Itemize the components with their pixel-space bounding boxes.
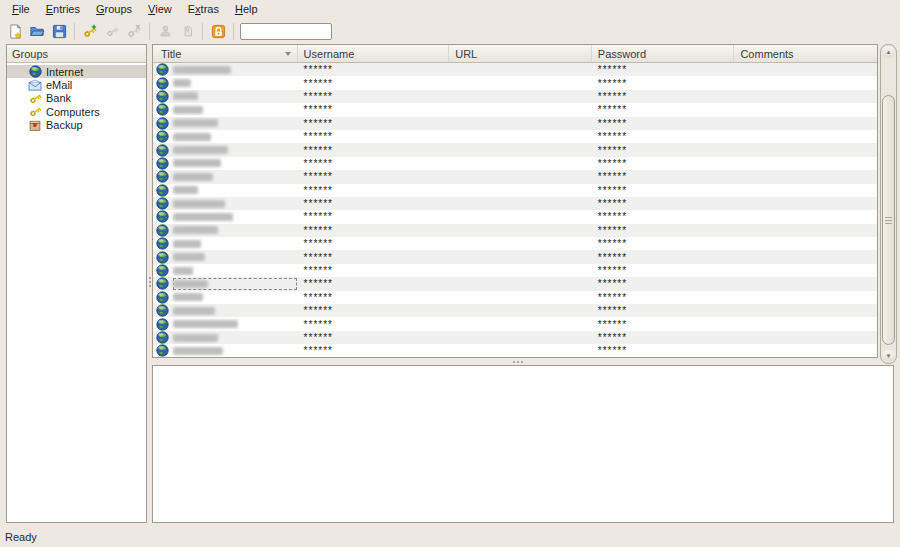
globe-icon [156, 103, 169, 116]
scroll-down-button[interactable]: ▼ [882, 350, 895, 362]
table-row[interactable]: ************ [153, 210, 877, 223]
key-ring-icon [181, 24, 194, 38]
entry-preview-panel [152, 365, 894, 523]
group-item-backup[interactable]: Backup [7, 119, 146, 132]
new-database-button[interactable] [4, 20, 26, 42]
table-row[interactable]: ************ [153, 90, 877, 103]
table-row[interactable]: ************ [153, 143, 877, 156]
copy-username-button[interactable] [154, 20, 176, 42]
delete-entry-button[interactable] [123, 20, 145, 42]
cell-title [153, 224, 298, 237]
table-row[interactable]: ************ [153, 250, 877, 263]
group-item-computers[interactable]: Computers [7, 105, 146, 118]
menu-file[interactable]: File [4, 1, 38, 17]
cell-username: ****** [298, 252, 450, 263]
globe-icon [156, 184, 169, 197]
toolbar-separator [202, 23, 203, 40]
open-database-button[interactable] [26, 20, 48, 42]
cell-password: ****** [592, 345, 735, 356]
table-row[interactable]: ************ [153, 264, 877, 277]
cell-username: ****** [298, 305, 450, 316]
entry-title-redacted [173, 291, 297, 303]
cell-title [153, 170, 298, 183]
entry-table-body: ****************************************… [153, 63, 877, 358]
cell-password: ****** [592, 252, 735, 263]
cell-title [153, 184, 298, 197]
add-entry-button[interactable] [79, 20, 101, 42]
table-row[interactable]: ************ [153, 103, 877, 116]
table-row[interactable]: ************ [153, 184, 877, 197]
entry-title-redacted [173, 90, 297, 102]
quick-search-input[interactable] [240, 23, 332, 40]
group-item-internet[interactable]: Internet [7, 65, 146, 78]
table-row[interactable]: ************ [153, 170, 877, 183]
scroll-up-button[interactable]: ▲ [882, 46, 895, 58]
cell-title [153, 157, 298, 170]
table-row[interactable]: ************ [153, 197, 877, 210]
menu-groups[interactable]: Groups [88, 1, 140, 17]
column-header-password[interactable]: Password [592, 45, 735, 62]
table-row[interactable]: ************ [153, 291, 877, 304]
key-delete-icon [126, 24, 142, 38]
menu-entries[interactable]: Entries [38, 1, 88, 17]
cell-username: ****** [298, 319, 450, 330]
toolbar [0, 18, 900, 44]
globe-icon [156, 210, 169, 223]
table-vertical-scrollbar[interactable]: ▲ ▼ [880, 44, 897, 364]
table-row[interactable]: ************ [153, 117, 877, 130]
cell-title [153, 197, 298, 210]
table-row[interactable]: ************ [153, 76, 877, 89]
table-row[interactable]: ************ [153, 63, 877, 76]
menu-extras[interactable]: Extras [180, 1, 227, 17]
cell-password: ****** [592, 145, 735, 156]
scrollbar-thumb[interactable] [882, 95, 895, 345]
save-database-button[interactable] [48, 20, 70, 42]
cell-password: ****** [592, 198, 735, 209]
globe-icon [156, 77, 169, 90]
edit-entry-button[interactable] [101, 20, 123, 42]
column-label: Username [304, 48, 355, 60]
table-row[interactable]: ************ [153, 277, 877, 290]
globe-icon [156, 224, 169, 237]
cell-title [153, 331, 298, 344]
column-header-comments[interactable]: Comments [734, 45, 877, 62]
column-header-username[interactable]: Username [298, 45, 450, 62]
cell-password: ****** [592, 332, 735, 343]
column-header-title[interactable]: Title [153, 45, 298, 62]
table-row[interactable]: ************ [153, 331, 877, 344]
cell-username: ****** [298, 211, 450, 222]
key-icon [105, 25, 120, 38]
table-row[interactable]: ************ [153, 237, 877, 250]
table-row[interactable]: ************ [153, 317, 877, 330]
group-label: eMail [46, 79, 72, 91]
group-list: InterneteMailBankComputersBackup [7, 63, 146, 132]
entry-title-redacted [173, 251, 297, 263]
table-row[interactable]: ************ [153, 304, 877, 317]
globe-icon [156, 63, 169, 76]
table-row[interactable]: ************ [153, 157, 877, 170]
entry-title-redacted [173, 64, 297, 76]
cell-password: ****** [592, 171, 735, 182]
column-header-url[interactable]: URL [449, 45, 592, 62]
menu-help[interactable]: Help [227, 1, 266, 17]
table-row[interactable]: ************ [153, 224, 877, 237]
table-row[interactable]: ************ [153, 344, 877, 357]
copy-password-button[interactable] [176, 20, 198, 42]
entry-table: TitleUsernameURLPasswordComments *******… [152, 44, 878, 358]
group-label: Backup [46, 119, 83, 131]
menu-view[interactable]: View [140, 1, 180, 17]
group-item-bank[interactable]: Bank [7, 92, 146, 105]
lock-workspace-button[interactable] [207, 20, 229, 42]
group-item-email[interactable]: eMail [7, 78, 146, 91]
cell-username: ****** [298, 78, 450, 89]
table-row[interactable]: ************ [153, 130, 877, 143]
groups-panel: Groups InterneteMailBankComputersBackup [6, 44, 147, 523]
horizontal-splitter-handle[interactable] [512, 360, 524, 364]
package-icon [28, 119, 42, 132]
toolbar-separator [74, 23, 75, 40]
cell-title [153, 277, 298, 290]
person-icon [159, 24, 172, 38]
cell-title [153, 103, 298, 116]
cell-password: ****** [592, 78, 735, 89]
key-plus-icon [82, 24, 98, 38]
